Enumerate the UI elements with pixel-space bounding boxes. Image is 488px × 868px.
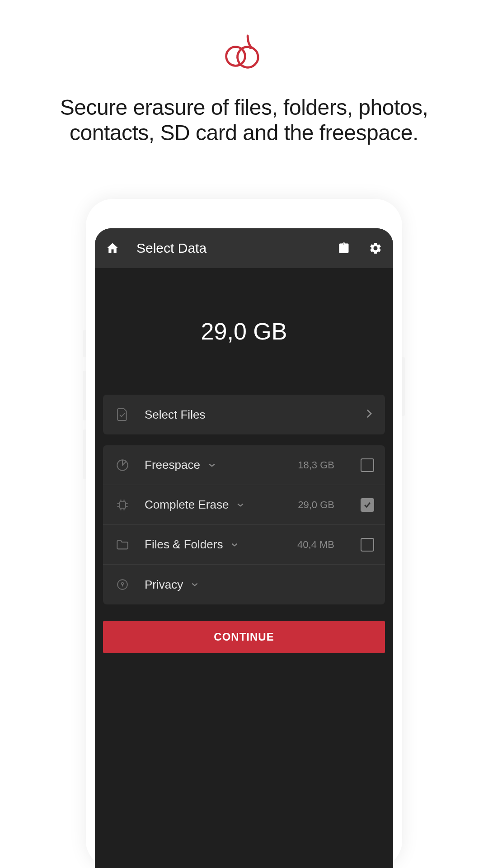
svg-rect-2 [119,502,126,508]
option-size: 29,0 GB [298,499,334,511]
continue-button[interactable]: CONTINUE [103,621,385,653]
option-files-folders[interactable]: Files & Folders 40,4 MB [103,525,385,565]
options-list: Freespace 18,3 GB Complete Erase [103,445,385,604]
lock-icon [116,578,129,591]
option-label: Freespace [145,458,200,472]
phone-mockup: Select Data 29,0 GB Select Files [86,199,402,868]
continue-label: CONTINUE [214,631,274,643]
option-size: 40,4 MB [297,539,334,551]
select-files-row[interactable]: Select Files [103,395,385,434]
svg-point-4 [122,583,123,585]
option-complete-erase[interactable]: Complete Erase 29,0 GB [103,485,385,525]
app-bar: Select Data [95,228,393,268]
gear-icon[interactable] [368,241,383,256]
option-size: 18,3 GB [298,459,334,471]
option-label: Complete Erase [145,498,229,512]
chip-icon [116,498,129,512]
chevron-right-icon [366,409,372,420]
storage-size-label: 29,0 GB [201,318,287,345]
svg-point-0 [226,47,245,66]
chevron-down-icon [208,461,216,469]
checkbox[interactable] [361,458,374,472]
chevron-down-icon [231,541,238,549]
chevron-down-icon [237,501,244,509]
tagline-text: Secure erasure of files, folders, photos… [0,70,488,146]
clipboard-icon[interactable] [336,241,352,256]
app-screen: Select Data 29,0 GB Select Files [95,228,393,868]
file-check-icon [116,408,129,421]
folder-icon [116,538,129,552]
logo-icon [223,34,266,70]
brand-logo [0,0,488,70]
checkbox-checked[interactable] [361,498,374,512]
option-label: Files & Folders [145,538,223,552]
storage-hero: 29,0 GB [95,268,393,395]
option-privacy[interactable]: Privacy [103,565,385,604]
appbar-title: Select Data [136,241,320,256]
home-icon[interactable] [105,241,120,256]
checkbox[interactable] [361,538,374,552]
option-label: Privacy [145,578,183,592]
select-files-label: Select Files [145,408,351,422]
pie-icon [116,458,129,472]
chevron-down-icon [191,580,198,589]
option-freespace[interactable]: Freespace 18,3 GB [103,445,385,485]
